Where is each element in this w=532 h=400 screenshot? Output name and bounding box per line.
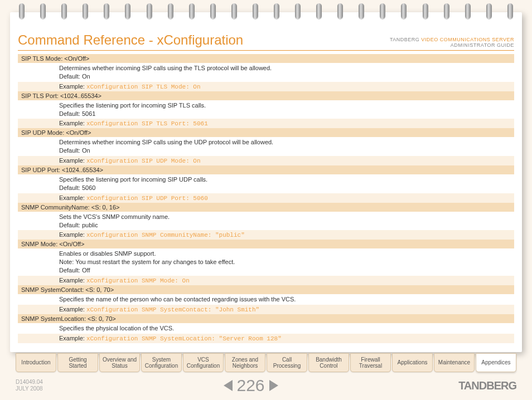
example-label: Example: <box>59 120 86 126</box>
example-code: xConfiguration SNMP Mode: On <box>86 277 190 284</box>
command-block: SIP TLS Port: <1024..65534>Specifies the… <box>18 91 514 129</box>
command-block: SIP TLS Mode: <On/Off>Determines whether… <box>18 54 514 91</box>
command-block: SIP UDP Port: <1024..65534>Specifies the… <box>18 165 514 203</box>
product-name: VIDEO COMMUNICATIONS SERVER <box>421 37 514 42</box>
example-label: Example: <box>59 83 86 90</box>
command-example: Example: xConfiguration SNMP Mode: On <box>18 276 514 285</box>
nav-tab[interactable]: Maintenance <box>434 353 475 372</box>
command-name: SNMP Mode: <On/Off> <box>18 240 514 248</box>
nav-tab[interactable]: Getting Started <box>57 353 98 372</box>
example-label: Example: <box>59 157 86 164</box>
command-description: Determines whether incoming SIP calls us… <box>18 63 514 82</box>
command-example: Example: xConfiguration SNMP CommunityNa… <box>18 230 514 240</box>
page-header: Command Reference - xConfiguration TANDB… <box>18 32 514 51</box>
command-example: Example: xConfiguration SIP TLS Mode: On <box>18 82 514 91</box>
company-name: TANDBERG <box>390 37 419 42</box>
command-name: SIP UDP Mode: <On/Off> <box>18 128 514 137</box>
command-example: Example: xConfiguration SIP TLS Port: 50… <box>18 119 514 128</box>
nav-tab[interactable]: FirewallTraversal <box>350 353 391 372</box>
page-footer: D14049.04 JULY 2008 226 TANDBERG <box>16 374 516 397</box>
example-code: xConfiguration SNMP SystemContact: "John… <box>86 306 259 313</box>
page-title: Command Reference - xConfiguration <box>18 32 243 48</box>
nav-tab[interactable]: Applications <box>392 353 433 372</box>
page-content: Command Reference - xConfiguration TANDB… <box>10 12 522 352</box>
command-block: SIP UDP Mode: <On/Off>Determines whether… <box>18 128 514 165</box>
page-number: 226 <box>237 376 265 395</box>
command-example: Example: xConfiguration SIP UDP Mode: On <box>18 156 514 165</box>
doc-date: JULY 2008 <box>16 386 43 392</box>
nav-tab[interactable]: Appendices <box>476 353 516 372</box>
command-description: Specifies the listening port for incomin… <box>18 100 514 119</box>
command-description: Specifies the listening port for incomin… <box>18 174 514 193</box>
nav-tab[interactable]: Introduction <box>16 353 56 372</box>
command-name: SNMP SystemLocation: <S: 0, 70> <box>18 314 514 323</box>
example-code: xConfiguration SIP UDP Port: 5060 <box>86 195 208 202</box>
nav-tab[interactable]: CallProcessing <box>267 353 307 372</box>
spiral-binding <box>11 0 521 22</box>
command-block: SNMP SystemLocation: <S: 0, 70>Specifies… <box>18 314 514 343</box>
example-code: xConfiguration SNMP CommunityName: "publ… <box>86 232 245 238</box>
doc-meta: D14049.04 JULY 2008 <box>16 379 43 392</box>
nav-tabs: IntroductionGetting StartedOverview andS… <box>16 353 516 372</box>
nav-tab[interactable]: BandwidthControl <box>308 353 349 372</box>
command-description: Sets the VCS's SNMP community name.Defau… <box>18 212 514 231</box>
doc-id: D14049.04 <box>16 379 43 385</box>
example-code: xConfiguration SIP UDP Mode: On <box>86 158 201 164</box>
brand-logo: TANDBERG <box>458 379 516 392</box>
command-description: Determines whether incoming SIP calls us… <box>18 137 514 156</box>
example-label: Example: <box>59 231 86 238</box>
example-label: Example: <box>59 194 86 201</box>
command-block: SNMP SystemContact: <S: 0, 70>Specifies … <box>18 285 514 314</box>
command-description: Specifies the physical location of the V… <box>18 323 514 334</box>
nav-tab[interactable]: Zones andNeighbors <box>225 353 265 372</box>
example-label: Example: <box>59 277 86 284</box>
command-description: Enables or disables SNMP support.Note: Y… <box>18 248 514 276</box>
command-block: SNMP CommunityName: <S: 0, 16>Sets the V… <box>18 203 514 240</box>
command-name: SIP TLS Mode: <On/Off> <box>18 54 514 63</box>
command-name: SNMP SystemContact: <S: 0, 70> <box>18 285 514 294</box>
nav-tab[interactable]: Overview andStatus <box>99 353 140 372</box>
command-name: SIP UDP Port: <1024..65534> <box>18 165 514 174</box>
command-name: SIP TLS Port: <1024..65534> <box>18 91 514 100</box>
example-label: Example: <box>59 335 86 342</box>
pager: 226 <box>224 376 278 395</box>
nav-tab[interactable]: VCSConfiguration <box>183 353 224 372</box>
nav-tab[interactable]: SystemConfiguration <box>141 353 182 372</box>
example-code: xConfiguration SIP TLS Port: 5061 <box>86 120 208 127</box>
command-list: SIP TLS Mode: <On/Off>Determines whether… <box>18 54 514 343</box>
example-label: Example: <box>59 306 86 313</box>
example-code: xConfiguration SIP TLS Mode: On <box>86 84 201 90</box>
command-example: Example: xConfiguration SNMP SystemConta… <box>18 305 514 314</box>
prev-page-icon[interactable] <box>224 380 233 391</box>
command-name: SNMP CommunityName: <S: 0, 16> <box>18 203 514 212</box>
command-example: Example: xConfiguration SNMP SystemLocat… <box>18 334 514 343</box>
command-description: Specifies the name of the person who can… <box>18 294 514 305</box>
command-example: Example: xConfiguration SIP UDP Port: 50… <box>18 193 514 203</box>
header-meta: TANDBERG VIDEO COMMUNICATIONS SERVER ADM… <box>390 37 514 48</box>
command-block: SNMP Mode: <On/Off>Enables or disables S… <box>18 240 514 285</box>
doc-subtitle: ADMINISTRATOR GUIDE <box>451 42 514 48</box>
next-page-icon[interactable] <box>269 380 278 391</box>
example-code: xConfiguration SNMP SystemLocation: "Ser… <box>86 335 282 342</box>
